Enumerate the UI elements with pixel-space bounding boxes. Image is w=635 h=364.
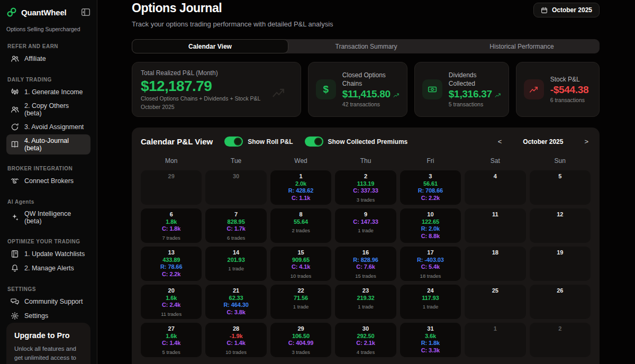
calendar-day-14[interactable]: 14 201.93 1 trade <box>205 247 266 281</box>
dollar-icon: $ <box>316 79 336 99</box>
day-number: 8 <box>270 211 331 217</box>
day-number: 30 <box>205 173 266 179</box>
sidebar-item-settings[interactable]: Settings <box>6 309 90 323</box>
trend-up-icon <box>495 91 501 97</box>
sidebar-item-qw-intelligence-beta[interactable]: QW Intelligence (beta) <box>6 207 90 228</box>
calendar-day-22[interactable]: 22 71.56 1 trade <box>270 285 331 319</box>
calendar-day-28[interactable]: 28 -1.9kC: 1.4k 10 trades <box>205 323 266 357</box>
calendar-day-19[interactable]: 19 <box>530 247 591 281</box>
sidebar-item-1-generate-income[interactable]: 1. Generate Income <box>6 85 90 99</box>
weekday-header: Tue <box>205 157 266 165</box>
calendar-day-1[interactable]: 1 2.0kR: 428.62C: 1.1k 13 trades <box>270 170 331 205</box>
roll-pnl-value: R: 708.66 <box>400 187 461 194</box>
calendar-day-11[interactable]: 11 <box>465 208 525 243</box>
sidebar-item-affiliate[interactable]: Affiliate <box>6 52 90 66</box>
calendar-day-15[interactable]: 15 909.65C: 4.1k 10 trades <box>270 247 331 281</box>
calendar-day-2[interactable]: 2 113.19C: 337.33 3 trades <box>335 170 396 205</box>
trade-count: 10 trades <box>270 273 331 279</box>
calendar-day-25[interactable]: 25 <box>465 285 525 319</box>
stat-value: $11,415.80 <box>342 88 391 100</box>
tab-transaction-summary[interactable]: Transaction Summary <box>288 39 444 53</box>
month-picker-label: October 2025 <box>552 6 592 14</box>
tab-historical-performance[interactable]: Historical Performance <box>444 39 600 53</box>
realized-pnl-value: 106.50 <box>270 333 331 340</box>
calendar-day-31[interactable]: 31 3.6kR: 1.8kC: 3.3k 20 trades <box>400 323 461 357</box>
calendar-day-6[interactable]: 6 1.8kC: 1.8k 7 trades <box>141 208 202 243</box>
next-month-button[interactable]: > <box>582 138 591 145</box>
sidebar-item-1-update-watchlists[interactable]: 1. Update Watchlists <box>6 247 90 261</box>
sidebar-sections: REFER AND EARN Affiliate DAILY TRADING 1… <box>6 32 90 323</box>
calendar-day-1-adjacent[interactable]: 1 <box>465 323 525 357</box>
roll-pnl-value: R: 464.30 <box>205 302 266 308</box>
upgrade-card[interactable]: Upgrade to Pro Unlock all features and g… <box>6 323 90 364</box>
sidebar-item-3-avoid-assignment[interactable]: 3. Avoid Assignment <box>6 120 90 134</box>
calendar-day-24[interactable]: 24 117.93 1 trade <box>400 285 461 319</box>
calendar-day-9[interactable]: 9 C: 147.33 1 trade <box>335 208 396 243</box>
tab-calendar-view[interactable]: Calendar View <box>132 39 288 53</box>
calendar-day-5[interactable]: 5 <box>530 170 591 205</box>
calendar-day-16[interactable]: 16 R: 828.96C: 7.6k 15 trades <box>335 247 396 281</box>
trend-up-icon <box>271 86 287 99</box>
toggle-show-roll-p-l[interactable]: Show Roll P&L <box>224 136 293 147</box>
calendar-day-18[interactable]: 18 <box>465 247 525 281</box>
realized-pnl-value: 62.33 <box>205 295 266 302</box>
day-number: 14 <box>205 249 266 256</box>
sidebar-item-4-auto-journal-beta[interactable]: 4. Auto-Journal (beta) <box>6 134 90 154</box>
calendar-day-21[interactable]: 21 62.33R: 464.30C: 3.8k 9 trades <box>205 285 266 319</box>
toggle-show-collected-premiums[interactable]: Show Collected Premiums <box>305 136 408 147</box>
month-picker-button[interactable]: October 2025 <box>533 3 600 17</box>
day-number: 19 <box>530 249 591 256</box>
calendar-day-3[interactable]: 3 56.61R: 708.66C: 2.2k 6 trades <box>400 170 461 205</box>
stat-transactions: 6 transactions <box>550 97 589 103</box>
realized-pnl-value: 1.6k <box>141 295 202 302</box>
gear-icon <box>11 312 19 320</box>
current-month-label: October 2025 <box>523 138 563 145</box>
calendar-icon <box>541 7 548 14</box>
calendar-day-26[interactable]: 26 <box>530 285 591 319</box>
sidebar-collapse-icon[interactable] <box>81 7 90 17</box>
view-tabs: Calendar ViewTransaction SummaryHistoric… <box>132 39 600 53</box>
realized-pnl-value: 3.6k <box>400 333 461 340</box>
calendar-day-7[interactable]: 7 828.95C: 1.7k 6 trades <box>205 208 266 243</box>
trend-up-icon <box>524 79 544 99</box>
calendar-day-4[interactable]: 4 <box>465 170 525 205</box>
roll-pnl-value: R: 828.96 <box>335 257 396 263</box>
toggle-switch[interactable] <box>224 136 243 147</box>
prev-month-button[interactable]: < <box>496 138 504 145</box>
calendar-day-23[interactable]: 23 219.32 1 trade <box>335 285 396 319</box>
sidebar-item-community-support[interactable]: Community Support <box>6 295 90 308</box>
calendar-day-29-adjacent[interactable]: 29 <box>141 170 202 205</box>
calendar-day-2-adjacent[interactable]: 2 <box>530 323 591 357</box>
sparkles-icon <box>11 213 19 222</box>
realized-pnl-value: 219.32 <box>335 295 396 302</box>
calendar-grid: 29 30 1 2.0kR: 428.62C: 1.1k 13 trades 2… <box>141 170 591 357</box>
sidebar-item-2-manage-alerts[interactable]: 2. Manage Alerts <box>6 261 90 275</box>
sidebar-item-2-copy-others-beta[interactable]: 2. Copy Others (beta) <box>6 99 90 120</box>
calendar-day-30[interactable]: 30 292.50C: 2.1k 4 trades <box>335 323 396 357</box>
calendar-day-27[interactable]: 27 1.6kC: 1.4k 5 trades <box>141 323 202 357</box>
bell-icon <box>11 264 19 272</box>
calendar-day-17[interactable]: 17 R: -403.03C: 5.4k 18 trades <box>400 247 461 281</box>
calendar-day-13[interactable]: 13 433.89R: 78.66C: 2.2k 8 trades <box>141 247 202 281</box>
calendar-day-20[interactable]: 20 1.6kC: 2.4k 11 trades <box>141 285 202 319</box>
sidebar-item-label: 4. Auto-Journal (beta) <box>24 137 86 152</box>
stat-label: Closed Options Chains <box>342 71 400 88</box>
sidebar-item-connect-brokers[interactable]: Connect Brokers <box>6 174 90 188</box>
calendar-day-8[interactable]: 8 55.64 2 trades <box>270 208 331 243</box>
day-number: 29 <box>270 325 331 332</box>
collected-premium-value: C: 3.8k <box>205 309 266 316</box>
collected-premium-value: C: 337.33 <box>335 187 396 194</box>
day-number: 15 <box>270 249 331 256</box>
calendar-panel: Calendar P&L View Show Roll P&L Show Col… <box>132 128 600 364</box>
day-number: 20 <box>141 287 202 294</box>
calendar-day-30-adjacent[interactable]: 30 <box>205 170 266 205</box>
toggle-switch[interactable] <box>305 136 323 147</box>
calendar-day-12[interactable]: 12 <box>530 208 591 243</box>
chat-icon <box>11 297 19 306</box>
day-number: 30 <box>335 325 396 332</box>
calendar-day-10[interactable]: 10 122.65R: 2.0kC: 8.8k 10 trades <box>400 208 461 243</box>
app-root: QuantWheel Options Selling Supercharged … <box>0 0 635 364</box>
trade-count: 15 trades <box>335 273 396 279</box>
stat-value: $12,187.79 <box>141 78 292 95</box>
calendar-day-29[interactable]: 29 106.50C: 404.99 3 trades <box>270 323 331 357</box>
